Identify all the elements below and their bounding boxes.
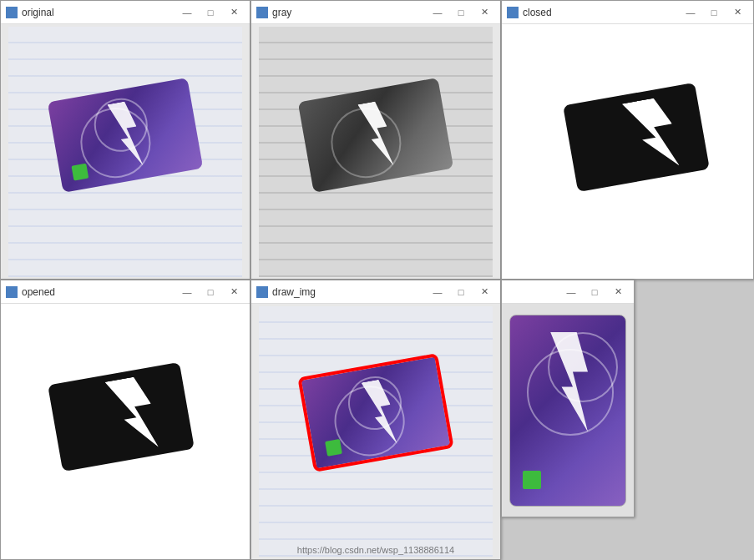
minimize-button-crop[interactable]: — [560,284,582,300]
title-closed: closed [523,7,680,18]
titlebar-original[interactable]: original — □ ✕ [1,1,250,24]
close-button-closed[interactable]: ✕ [726,4,748,21]
logo-crop [523,471,541,489]
card-closed [563,82,710,191]
close-button-draw[interactable]: ✕ [473,284,495,300]
minimize-button-draw[interactable]: — [427,284,448,300]
titlebar-controls-crop: — □ ✕ [560,284,629,300]
image-opened [1,304,250,559]
window-opened: opened — □ ✕ [0,280,250,560]
background-original [8,27,242,277]
card-original [48,78,204,193]
image-draw: https://blog.csdn.net/wsp_1138886114 [251,304,500,559]
titlebar-closed[interactable]: closed — □ ✕ [502,1,753,24]
maximize-button-original[interactable]: □ [200,4,221,21]
close-button-opened[interactable]: ✕ [223,284,245,300]
content-opened [1,304,250,559]
card-crop [509,315,626,507]
lightning-original [107,100,143,170]
card-gray [298,78,454,193]
minimize-button-closed[interactable]: — [680,4,701,21]
window-original: original — □ ✕ [0,0,250,280]
background-draw: https://blog.csdn.net/wsp_1138886114 [259,306,493,557]
maximize-button-opened[interactable]: □ [200,284,221,300]
lightning-closed [621,95,679,173]
titlebar-gray[interactable]: gray — □ ✕ [251,1,500,24]
titlebar-opened[interactable]: opened — □ ✕ [1,280,250,304]
close-button-crop[interactable]: ✕ [607,284,629,300]
image-closed [502,24,753,279]
window-icon-original [6,7,18,18]
image-original [1,24,250,279]
window-draw: draw_img — □ ✕ https://blog.csdn.net/wsp… [250,280,501,560]
title-draw: draw_img [272,286,427,298]
maximize-button-closed[interactable]: □ [703,4,725,21]
title-opened: opened [22,286,176,298]
background-opened [8,306,242,557]
content-original [1,24,250,279]
lightning-draw [361,378,397,448]
window-closed: closed — □ ✕ [501,0,754,280]
lightning-gray [357,100,393,170]
logo-original [71,163,89,180]
titlebar-draw[interactable]: draw_img — □ ✕ [251,280,500,304]
background-closed [511,27,745,277]
titlebar-controls-gray: — □ ✕ [427,4,495,21]
titlebar-crop[interactable]: — □ ✕ [502,280,634,304]
close-button-original[interactable]: ✕ [223,4,245,21]
logo-draw [325,439,342,457]
window-icon-gray [256,7,268,18]
window-icon-closed [507,7,519,18]
content-closed [502,24,753,279]
close-button-gray[interactable]: ✕ [473,4,495,21]
lightning-crop [550,332,588,432]
card-draw [297,353,453,472]
titlebar-controls-draw: — □ ✕ [427,284,495,300]
window-gray: gray — □ ✕ [250,0,501,280]
title-original: original [22,7,176,18]
card-opened [48,362,195,472]
minimize-button-original[interactable]: — [176,4,198,21]
image-gray [251,24,500,279]
lightning-opened [104,375,159,454]
window-crop: — □ ✕ [501,280,635,517]
maximize-button-crop[interactable]: □ [584,284,605,300]
image-crop [502,304,634,517]
minimize-button-gray[interactable]: — [427,4,448,21]
titlebar-controls-closed: — □ ✕ [680,4,748,21]
window-icon-draw [256,286,268,298]
titlebar-controls-opened: — □ ✕ [176,284,245,300]
background-gray [259,27,493,277]
titlebar-controls-original: — □ ✕ [176,4,245,21]
watermark-draw: https://blog.csdn.net/wsp_1138886114 [297,545,454,555]
maximize-button-gray[interactable]: □ [450,4,472,21]
content-crop [502,304,634,517]
content-gray [251,24,500,279]
window-icon-opened [6,286,18,298]
minimize-button-opened[interactable]: — [176,284,198,300]
content-draw: https://blog.csdn.net/wsp_1138886114 [251,304,500,559]
maximize-button-draw[interactable]: □ [450,284,472,300]
title-gray: gray [272,7,427,18]
